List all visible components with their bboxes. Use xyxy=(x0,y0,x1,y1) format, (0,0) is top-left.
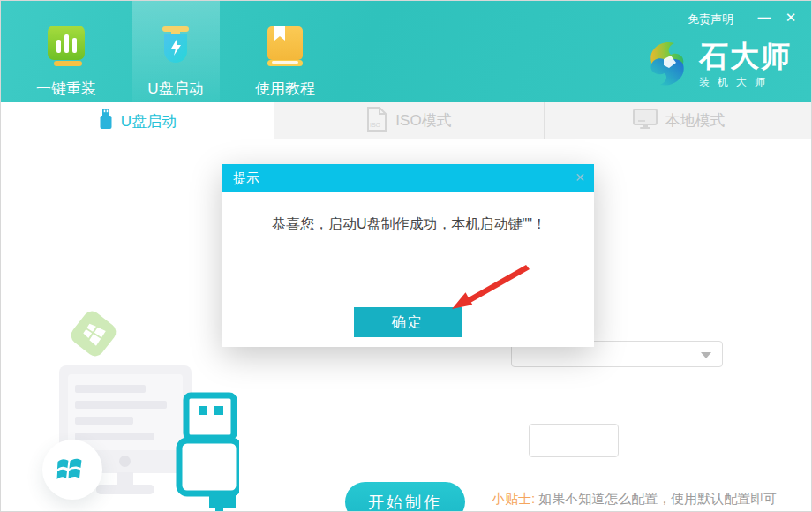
dialog-close-icon[interactable]: ✕ xyxy=(575,164,585,192)
ok-button[interactable]: 确定 xyxy=(354,307,462,337)
iso-file-icon: ISO xyxy=(366,107,387,135)
dialog-message: 恭喜您，启动U盘制作成功，本机启动键""！ xyxy=(272,215,546,234)
book-icon xyxy=(265,26,305,71)
shield-usb-icon xyxy=(155,26,196,71)
svg-text:ISO: ISO xyxy=(370,122,381,128)
nav-item-usb-boot[interactable]: U盘启动 xyxy=(132,26,220,99)
tip-label: 小贴士: xyxy=(492,491,535,506)
nav-item-label: U盘启动 xyxy=(147,79,203,99)
monitor-stand xyxy=(117,472,133,486)
brand-logo-icon xyxy=(644,38,690,93)
nav-item-tutorial[interactable]: 使用教程 xyxy=(241,26,329,99)
chart-icon xyxy=(46,26,86,71)
success-dialog: 提示 ✕ 恭喜您，启动U盘制作成功，本机启动键""！ 确定 xyxy=(222,164,594,347)
tab-usb-boot[interactable]: U盘启动 xyxy=(1,102,274,139)
tab-label: U盘启动 xyxy=(121,111,177,132)
config-input[interactable] xyxy=(529,424,619,457)
mode-tabs: U盘启动 ISO ISO模式 本地模式 xyxy=(1,102,811,139)
windows-logo-badge xyxy=(42,440,102,500)
nav-item-label: 一键重装 xyxy=(36,79,96,99)
windows-tile-icon xyxy=(68,308,120,360)
tab-label: 本地模式 xyxy=(665,110,726,131)
nav-item-label: 使用教程 xyxy=(255,79,315,99)
app-header: 一键重装 U盘启动 xyxy=(1,1,811,102)
start-make-button[interactable]: 开始制作 xyxy=(345,482,465,512)
dialog-title: 提示 xyxy=(233,164,259,192)
app-window: 一键重装 U盘启动 xyxy=(0,0,812,512)
monitor-icon xyxy=(633,109,658,133)
close-button[interactable]: ✕ xyxy=(781,8,801,27)
monitor-base xyxy=(96,485,154,494)
nav-item-one-key-reinstall[interactable]: 一键重装 xyxy=(22,26,110,99)
tab-label: ISO模式 xyxy=(395,110,451,131)
minimize-button[interactable]: — xyxy=(755,8,774,27)
chevron-down-icon xyxy=(701,352,711,358)
usb-icon xyxy=(99,109,113,133)
tab-local-mode[interactable]: 本地模式 xyxy=(544,102,812,139)
tip-text: 小贴士: 如果不知道怎么配置，使用默认配置即可 xyxy=(492,491,777,508)
brand-name: 石大师 xyxy=(699,41,792,72)
disclaimer-link[interactable]: 免责声明 xyxy=(688,11,733,27)
brand-logo: 石大师 装机大师 xyxy=(644,38,792,93)
dialog-header: 提示 ✕ xyxy=(222,164,594,192)
brand-subtitle: 装机大师 xyxy=(699,75,792,90)
tab-iso-mode[interactable]: ISO ISO模式 xyxy=(274,102,544,139)
